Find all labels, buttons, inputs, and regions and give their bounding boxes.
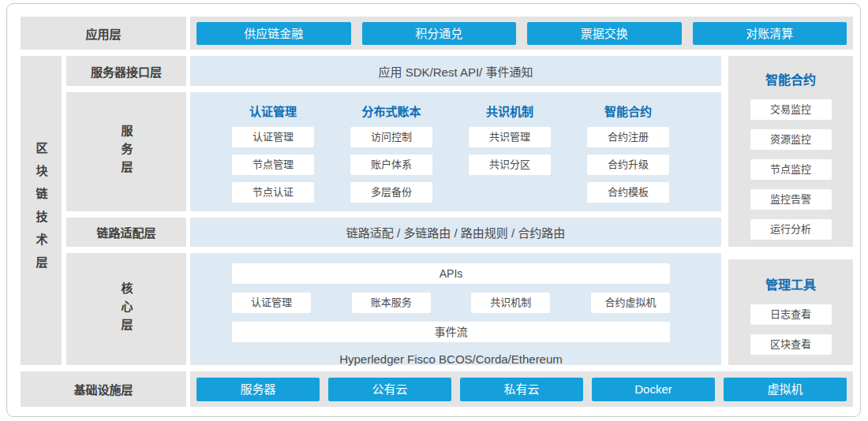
- service-columns: 认证管理 认证管理 节点管理 节点认证 分布式账本 访问控制 账户体系 多层备份…: [190, 92, 721, 203]
- side-panel-management-tools: 管理工具 日志查看 区块查看: [728, 259, 853, 365]
- service-item: 共识分区: [469, 155, 551, 175]
- core-layer-panel: APIs 认证管理 账本服务 共识机制 合约虚拟机 事件流 Hyperledge…: [190, 253, 721, 365]
- service-column-contract: 智能合约 合约注册 合约升级 合约模板: [587, 104, 669, 203]
- infra-layer-label: 基础设施层: [21, 371, 186, 407]
- side-panel-item: 日志查看: [750, 304, 832, 325]
- service-layer-label: 服务层: [66, 92, 186, 211]
- service-item: 认证管理: [232, 127, 314, 147]
- service-column-ledger: 分布式账本 访问控制 账户体系 多层备份: [350, 104, 432, 203]
- service-item: 访问控制: [350, 127, 432, 147]
- infra-button-vm: 虚拟机: [724, 378, 847, 401]
- service-column-header: 智能合约: [587, 104, 669, 120]
- side-panel-smart-contract: 智能合约 交易监控 资源监控 节点监控 监控告警 运行分析: [728, 56, 853, 247]
- service-column-auth: 认证管理 认证管理 节点管理 节点认证: [232, 104, 314, 203]
- service-item: 节点认证: [232, 182, 314, 203]
- interface-layer-label: 服务器接口层: [66, 56, 186, 86]
- app-button-supply-chain-finance: 供应链金融: [196, 22, 351, 45]
- core-platforms-text: Hyperledger Fisco BCOS/Corda/Ethereum: [232, 352, 670, 366]
- infra-button-public-cloud: 公有云: [328, 378, 451, 401]
- service-layer-label-text: 服务层: [118, 125, 135, 179]
- app-layer-strip: 供应链金融 积分通兑 票据交换 对账清算: [190, 17, 853, 50]
- service-item: 节点管理: [232, 155, 314, 175]
- service-column-header: 认证管理: [232, 104, 314, 120]
- side-panel-item: 资源监控: [750, 129, 832, 150]
- side-panel-header: 管理工具: [728, 277, 853, 293]
- service-item: 合约注册: [587, 127, 669, 147]
- link-layer-label: 链路适配层: [66, 218, 186, 247]
- infra-button-server: 服务器: [196, 378, 320, 401]
- app-layer-label-text: 应用层: [85, 25, 121, 42]
- core-modules-row: 认证管理 账本服务 共识机制 合约虚拟机: [232, 292, 670, 313]
- side-panel-item: 监控告警: [750, 189, 832, 210]
- app-layer-label: 应用层: [21, 17, 186, 50]
- interface-layer-content: 应用 SDK/Rest API/ 事件通知: [190, 56, 721, 86]
- side-panel-header: 智能合约: [728, 72, 853, 88]
- core-module: 账本服务: [352, 292, 431, 313]
- service-column-header: 共识机制: [469, 104, 551, 120]
- infra-button-private-cloud: 私有云: [460, 378, 583, 401]
- tech-layer-label-text: 区块链技术层: [33, 142, 50, 279]
- service-column-consensus: 共识机制 共识管理 共识分区: [469, 104, 551, 203]
- app-button-reconciliation: 对账清算: [693, 22, 847, 45]
- side-panel-item: 交易监控: [750, 99, 832, 120]
- infra-layer-strip: 服务器 公有云 私有云 Docker 虚拟机: [190, 371, 853, 407]
- core-module: 共识机制: [471, 292, 550, 313]
- architecture-diagram: 应用层 供应链金融 积分通兑 票据交换 对账清算 区块链技术层 服务器接口层 服…: [6, 3, 861, 417]
- service-item: 多层备份: [350, 182, 432, 203]
- service-item: 合约模板: [587, 182, 669, 203]
- side-panel-item: 运行分析: [750, 219, 832, 240]
- service-layer-panel: 认证管理 认证管理 节点管理 节点认证 分布式账本 访问控制 账户体系 多层备份…: [190, 92, 721, 211]
- app-button-bill-exchange: 票据交换: [527, 22, 682, 45]
- infra-layer-label-text: 基础设施层: [73, 381, 133, 397]
- core-layer-label: 核心层: [66, 253, 186, 365]
- core-event-stream-bar: 事件流: [232, 322, 670, 342]
- side-panel-item: 区块查看: [750, 334, 832, 355]
- service-column-header: 分布式账本: [350, 104, 432, 120]
- infra-button-docker: Docker: [592, 378, 715, 401]
- link-layer-label-text: 链路适配层: [96, 224, 155, 240]
- link-layer-content: 链路适配 / 多链路由 / 路由规则 / 合约路由: [190, 218, 721, 247]
- core-module: 合约虚拟机: [591, 292, 670, 313]
- core-module: 认证管理: [232, 292, 311, 313]
- side-panel-item: 节点监控: [750, 159, 832, 180]
- service-item: 共识管理: [469, 127, 551, 147]
- service-item: 合约升级: [587, 155, 669, 175]
- core-layer-label-text: 核心层: [118, 282, 135, 337]
- core-apis-bar: APIs: [232, 263, 670, 284]
- tech-layer-label: 区块链技术层: [21, 56, 62, 365]
- service-item: 账户体系: [350, 155, 432, 175]
- core-layer-content: APIs 认证管理 账本服务 共识机制 合约虚拟机 事件流 Hyperledge…: [190, 253, 721, 366]
- interface-layer-label-text: 服务器接口层: [91, 63, 162, 80]
- app-button-points-exchange: 积分通兑: [362, 22, 517, 45]
